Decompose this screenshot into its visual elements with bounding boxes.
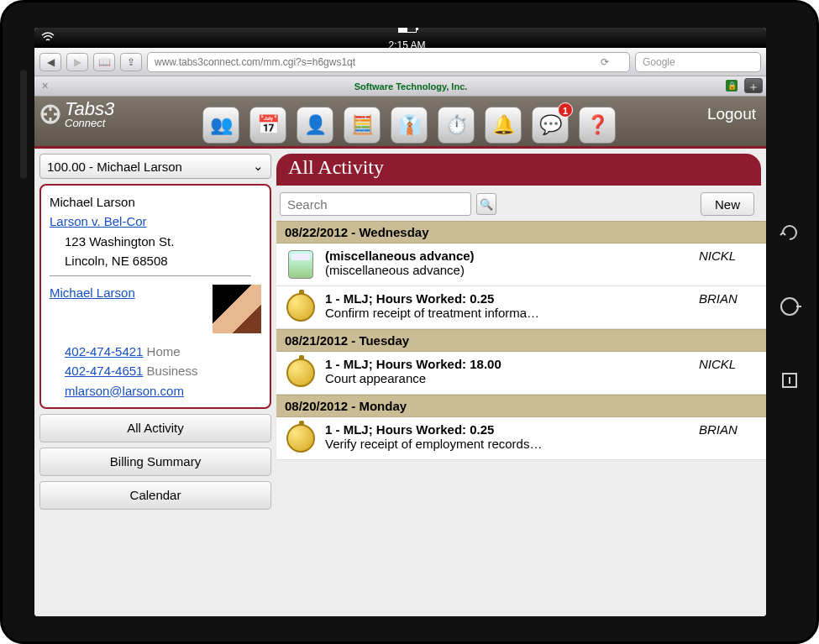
logout-link[interactable]: Logout	[707, 105, 756, 123]
msg-badge: 1	[558, 102, 573, 118]
new-tab-button[interactable]: ＋	[744, 78, 763, 93]
entry-user: NICKL	[699, 357, 758, 389]
bookmarks-button[interactable]: 📖	[93, 53, 115, 71]
page-title: All Activity	[276, 154, 761, 186]
entry-user: BRIAN	[699, 422, 758, 454]
stopwatch-entry-icon	[285, 291, 317, 323]
app-icon-bar: 👥 📅 👤 🧮 👔 ⏱️ 🔔 💬1 ❓	[202, 107, 616, 144]
contact-icon[interactable]: 👤	[297, 107, 333, 144]
entry-user: NICKL	[699, 249, 758, 280]
client-icon[interactable]: 👔	[391, 107, 428, 144]
card-name: Michael Larson	[50, 192, 261, 212]
battery-icon	[398, 28, 417, 33]
entry-text: 1 - MLJ; Hours Worked: 18.00Court appear…	[325, 357, 690, 389]
date-header: 08/20/2012 - Monday	[276, 395, 766, 417]
browser-toolbar: ◀ ▶ 📖 ⇪ ⟳ Google	[34, 48, 766, 76]
activity-list: 08/22/2012 - Wednesday(miscellaneous adv…	[276, 221, 766, 460]
phone2-link[interactable]: 402-474-4651	[65, 364, 143, 378]
nav-all-activity[interactable]: All Activity	[39, 414, 271, 442]
svg-point-0	[781, 298, 798, 315]
back-device-icon[interactable]	[778, 221, 801, 244]
wifi-icon	[41, 32, 55, 45]
entry-user: BRIAN	[699, 291, 758, 323]
calculator-entry-icon	[285, 249, 317, 280]
search-button[interactable]: 🔍	[476, 193, 496, 215]
device-buttons	[778, 221, 801, 392]
forward-button[interactable]: ▶	[66, 53, 88, 71]
contact-photo	[213, 285, 261, 333]
power-device-icon[interactable]	[778, 295, 801, 318]
entry-text: (miscellaneous advance)(miscellaneous ad…	[325, 249, 690, 280]
stopwatch-entry-icon	[285, 357, 317, 389]
case-link[interactable]: Larson v. Bel-Cor	[50, 214, 147, 228]
search-row: 🔍 New	[276, 186, 766, 221]
browser-tab[interactable]: Software Technology, Inc.	[55, 81, 766, 92]
new-button[interactable]: New	[701, 192, 754, 216]
activity-entry[interactable]: 1 - MLJ; Hours Worked: 0.25Confirm recei…	[276, 286, 766, 329]
menu-device-icon[interactable]	[778, 369, 801, 392]
app-body: 100.00 - Michael Larson ⌄ Michael Larson…	[34, 149, 766, 616]
tab-bar: ✕ Software Technology, Inc. 🔒 ＋	[34, 76, 766, 97]
url-bar[interactable]: ⟳	[147, 52, 630, 72]
screen: 2:15 AM ◀ ▶ 📖 ⇪ ⟳ Google ✕ Software Tech…	[34, 28, 766, 616]
matter-icon[interactable]: 👥	[202, 107, 239, 144]
activity-entry[interactable]: 1 - MLJ; Hours Worked: 0.25Verify receip…	[276, 417, 766, 460]
messages-icon[interactable]: 💬1	[532, 107, 569, 144]
entry-text: 1 - MLJ; Hours Worked: 0.25Confirm recei…	[325, 291, 690, 323]
nav-calendar[interactable]: Calendar	[39, 481, 271, 510]
calendar-icon[interactable]: 📅	[249, 107, 286, 144]
right-panel: All Activity 🔍 New 08/22/2012 - Wednesda…	[276, 149, 766, 616]
help-icon[interactable]: ❓	[579, 107, 616, 144]
card-addr1: 123 Washington St.	[50, 232, 261, 251]
timer-icon[interactable]: ⏱️	[438, 107, 475, 144]
activity-entry[interactable]: (miscellaneous advance)(miscellaneous ad…	[276, 243, 766, 286]
contact-link[interactable]: Michael Larson	[50, 285, 135, 300]
chevron-down-icon: ⌄	[253, 159, 264, 174]
reload-icon[interactable]: ⟳	[601, 56, 609, 68]
nav-billing-summary[interactable]: Billing Summary	[39, 448, 271, 476]
search-input[interactable]	[280, 192, 471, 216]
matter-card: Michael Larson Larson v. Bel-Cor 123 Was…	[39, 184, 271, 409]
logo: Tabs3Connect	[39, 98, 114, 129]
card-addr2: Lincoln, NE 68508	[50, 251, 261, 270]
left-panel: 100.00 - Michael Larson ⌄ Michael Larson…	[34, 149, 276, 616]
tablet-frame: 2:15 AM ◀ ▶ 📖 ⇪ ⟳ Google ✕ Software Tech…	[0, 0, 819, 644]
phone1-link[interactable]: 402-474-5421	[65, 344, 143, 359]
entry-text: 1 - MLJ; Hours Worked: 0.25Verify receip…	[325, 422, 690, 454]
status-bar: 2:15 AM	[34, 28, 766, 48]
lock-icon: 🔒	[726, 80, 738, 92]
date-header: 08/22/2012 - Wednesday	[276, 221, 766, 243]
alerts-icon[interactable]: 🔔	[485, 107, 522, 144]
app-header: Tabs3Connect 👥 📅 👤 🧮 👔 ⏱️ 🔔 💬1 ❓ Logout	[34, 97, 766, 149]
logo-icon	[39, 103, 61, 125]
clock: 2:15 AM	[388, 39, 425, 51]
calculator-icon[interactable]: 🧮	[344, 107, 381, 144]
share-button[interactable]: ⇪	[120, 53, 142, 71]
stopwatch-entry-icon	[285, 422, 317, 454]
email-link[interactable]: mlarson@larson.com	[65, 384, 184, 398]
back-button[interactable]: ◀	[39, 53, 61, 71]
tab-close-icon[interactable]: ✕	[34, 81, 55, 92]
browser-search[interactable]: Google	[635, 52, 761, 72]
activity-entry[interactable]: 1 - MLJ; Hours Worked: 18.00Court appear…	[276, 352, 766, 395]
matter-picker[interactable]: 100.00 - Michael Larson ⌄	[39, 154, 271, 179]
url-input[interactable]	[155, 56, 601, 68]
date-header: 08/21/2012 - Tuesday	[276, 329, 766, 352]
